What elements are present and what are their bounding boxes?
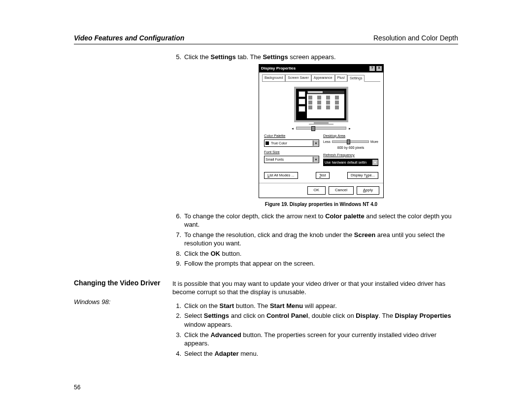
step-number: 1. bbox=[172, 302, 181, 310]
close-button[interactable]: X bbox=[376, 66, 382, 71]
refresh-dropdown[interactable]: Use hardware default settin ▼ bbox=[323, 159, 378, 166]
dropdown-arrow-icon[interactable]: ▼ bbox=[313, 157, 319, 162]
step-7: 7. To change the resolution, click and d… bbox=[172, 231, 458, 248]
preview-icon bbox=[299, 106, 305, 112]
w98-step-1: 1. Click on the Start button. The Start … bbox=[172, 302, 458, 310]
body-columns: 5. Click the Settings tab. The Settings … bbox=[74, 51, 458, 270]
step-text: To change the resolution, click and drag… bbox=[184, 231, 458, 248]
step-text: Follow the prompts that appear on the sc… bbox=[184, 259, 458, 268]
step-number: 2. bbox=[172, 311, 181, 329]
label-refresh: Refresh Frequency bbox=[323, 153, 378, 158]
refresh-value: Use hardware default settin bbox=[324, 160, 372, 165]
tab-background[interactable]: Background bbox=[262, 74, 285, 81]
cancel-button[interactable]: Cancel bbox=[329, 186, 354, 195]
step-number: 6. bbox=[172, 212, 181, 229]
section-intro: It is possible that you may want to upda… bbox=[172, 279, 458, 297]
preview-window bbox=[307, 91, 344, 118]
settings-grid: Color Palette True Color ▼ Font Size Sma… bbox=[264, 134, 378, 169]
color-palette-value: True Color bbox=[270, 141, 313, 145]
step-9: 9. Follow the prompts that appear on the… bbox=[172, 259, 458, 268]
page-header: Video Features and Configuration Resolut… bbox=[74, 34, 458, 44]
preview-icon bbox=[299, 99, 305, 104]
dropdown-arrow-icon[interactable]: ▼ bbox=[313, 140, 319, 146]
dialog-footer: OK Cancel Apply bbox=[259, 183, 383, 198]
titlebar: Display Properties ? X bbox=[259, 65, 383, 72]
step-number: 9. bbox=[172, 259, 181, 268]
preview-slider: ◄ ► bbox=[264, 127, 378, 131]
color-swatch-icon bbox=[266, 141, 269, 145]
preview-slider-track[interactable] bbox=[296, 127, 346, 130]
step-text: Click on the Start button. The Start Men… bbox=[184, 302, 458, 310]
step-text: Click the Advanced button. The propertie… bbox=[184, 331, 458, 348]
document-page: Video Features and Configuration Resolut… bbox=[0, 0, 532, 411]
label-more: More bbox=[370, 139, 378, 144]
step-text: Select the Adapter menu. bbox=[184, 349, 458, 358]
figure-caption: Figure 19. Display properties in Windows… bbox=[184, 201, 458, 208]
label-less: Less bbox=[323, 139, 331, 144]
tab-settings[interactable]: Settings bbox=[347, 75, 365, 81]
section-heading: Changing the Video Driver bbox=[74, 278, 167, 288]
page-number: 56 bbox=[74, 383, 80, 391]
mode-buttons: List All Modes ... Test Display Type... bbox=[264, 172, 378, 179]
font-size-dropdown[interactable]: Small Fonts ▼ bbox=[264, 156, 319, 163]
dropdown-arrow-icon[interactable]: ▼ bbox=[372, 160, 378, 165]
step-number: 5. bbox=[172, 53, 181, 62]
subheading-windows98: Windows 98: bbox=[74, 298, 167, 307]
section-body: It is possible that you may want to upda… bbox=[172, 278, 458, 359]
step-text: Click the OK button. bbox=[184, 249, 458, 258]
test-button[interactable]: Test bbox=[316, 172, 330, 179]
ok-button[interactable]: OK bbox=[307, 186, 326, 195]
header-left: Video Features and Configuration bbox=[74, 34, 184, 43]
tab-plus[interactable]: Plus! bbox=[335, 74, 348, 81]
step-number: 8. bbox=[172, 249, 181, 258]
step-5: 5. Click the Settings tab. The Settings … bbox=[172, 53, 458, 62]
main-content: 5. Click the Settings tab. The Settings … bbox=[172, 51, 458, 270]
tab-strip: Background Screen Saver Appearance Plus!… bbox=[262, 74, 380, 81]
display-type-button[interactable]: Display Type... bbox=[347, 172, 378, 179]
font-size-value: Small Fonts bbox=[265, 157, 313, 162]
apply-button[interactable]: Apply bbox=[357, 186, 379, 195]
step-text: To change the color depth, click the arr… bbox=[184, 212, 458, 229]
w98-step-4: 4. Select the Adapter menu. bbox=[172, 349, 458, 358]
desktop-area-slider[interactable]: Less More bbox=[323, 139, 378, 144]
step-8: 8. Click the OK button. bbox=[172, 249, 458, 258]
tab-screensaver[interactable]: Screen Saver bbox=[285, 74, 311, 81]
tab-appearance[interactable]: Appearance bbox=[311, 74, 335, 81]
preview-toolbar bbox=[298, 91, 306, 118]
color-palette-dropdown[interactable]: True Color ▼ bbox=[264, 139, 319, 147]
w98-step-3: 3. Click the Advanced button. The proper… bbox=[172, 331, 458, 348]
label-desktop-area: Desktop Area bbox=[323, 134, 378, 138]
list-all-modes-button[interactable]: List All Modes ... bbox=[264, 172, 298, 179]
monitor-preview bbox=[264, 87, 378, 125]
section-sidebar: Changing the Video Driver Windows 98: bbox=[74, 278, 172, 359]
settings-left: Color Palette True Color ▼ Font Size Sma… bbox=[264, 134, 319, 169]
w98-step-2: 2. Select Settings and click on Control … bbox=[172, 311, 458, 329]
header-right: Resolution and Color Depth bbox=[373, 34, 458, 43]
display-properties-dialog: Display Properties ? X Background Screen… bbox=[259, 64, 384, 198]
step-text: Click the Settings tab. The Settings scr… bbox=[184, 53, 458, 62]
label-font-size: Font Size bbox=[264, 150, 319, 155]
window-title: Display Properties bbox=[260, 66, 296, 71]
step-number: 3. bbox=[172, 331, 181, 348]
titlebar-buttons: ? X bbox=[369, 66, 382, 71]
label-color-palette: Color Palette bbox=[264, 134, 319, 138]
step-number: 4. bbox=[172, 349, 181, 358]
resolution-knob[interactable] bbox=[347, 139, 350, 144]
section-changing-driver: Changing the Video Driver Windows 98: It… bbox=[74, 278, 458, 359]
settings-right: Desktop Area Less More 800 by 600 pixels… bbox=[323, 134, 378, 169]
left-margin bbox=[74, 51, 172, 270]
resolution-value: 800 by 600 pixels bbox=[323, 145, 378, 150]
dialog-body: ◄ ► Color Palette True Color ▼ bbox=[259, 82, 383, 183]
slider-knob[interactable] bbox=[311, 126, 315, 131]
step-text: Select Settings and click on Control Pan… bbox=[184, 311, 458, 329]
step-number: 7. bbox=[172, 231, 181, 248]
preview-icon bbox=[299, 91, 305, 97]
help-button[interactable]: ? bbox=[369, 66, 375, 71]
step-6: 6. To change the color depth, click the … bbox=[172, 212, 458, 229]
figure-19: Display Properties ? X Background Screen… bbox=[184, 64, 458, 207]
